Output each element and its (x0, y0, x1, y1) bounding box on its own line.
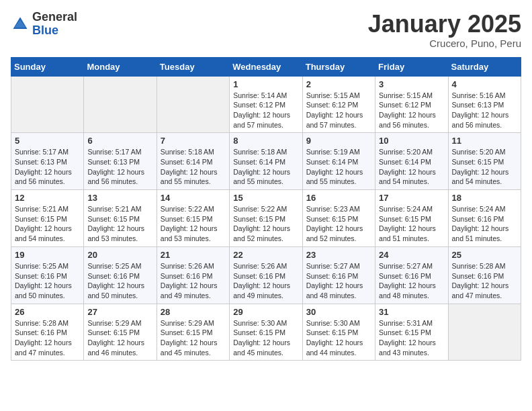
day-number: 7 (161, 136, 226, 146)
calendar-cell: 28Sunrise: 5:29 AM Sunset: 6:15 PM Dayli… (157, 304, 229, 361)
day-number: 12 (15, 193, 80, 203)
day-number: 11 (452, 136, 517, 146)
calendar-cell: 16Sunrise: 5:23 AM Sunset: 6:15 PM Dayli… (302, 190, 375, 247)
day-info: Sunrise: 5:29 AM Sunset: 6:15 PM Dayligh… (161, 318, 226, 358)
calendar-cell: 18Sunrise: 5:24 AM Sunset: 6:16 PM Dayli… (448, 190, 521, 247)
day-number: 10 (379, 136, 444, 146)
calendar-week-row: 12Sunrise: 5:21 AM Sunset: 6:15 PM Dayli… (11, 190, 521, 247)
day-info: Sunrise: 5:26 AM Sunset: 6:16 PM Dayligh… (233, 261, 298, 301)
day-number: 17 (379, 193, 444, 203)
logo: General Blue (11, 11, 77, 38)
calendar-cell: 24Sunrise: 5:27 AM Sunset: 6:16 PM Dayli… (375, 246, 448, 304)
logo-icon (11, 15, 30, 34)
day-number: 25 (452, 250, 517, 260)
day-number: 9 (306, 136, 371, 146)
day-info: Sunrise: 5:17 AM Sunset: 6:13 PM Dayligh… (15, 147, 80, 187)
day-number: 28 (161, 307, 226, 317)
day-number: 20 (87, 250, 152, 260)
calendar-cell (11, 76, 84, 133)
calendar-title: January 2025 (368, 11, 521, 38)
calendar-cell: 31Sunrise: 5:31 AM Sunset: 6:15 PM Dayli… (375, 304, 448, 361)
day-info: Sunrise: 5:20 AM Sunset: 6:14 PM Dayligh… (379, 147, 444, 187)
day-number: 21 (161, 250, 226, 260)
column-header-sunday: Sunday (11, 57, 84, 76)
calendar-cell: 21Sunrise: 5:26 AM Sunset: 6:16 PM Dayli… (157, 246, 229, 304)
calendar-cell: 15Sunrise: 5:22 AM Sunset: 6:15 PM Dayli… (230, 190, 302, 247)
day-info: Sunrise: 5:25 AM Sunset: 6:16 PM Dayligh… (15, 261, 80, 301)
calendar-cell: 11Sunrise: 5:20 AM Sunset: 6:15 PM Dayli… (448, 133, 521, 190)
day-info: Sunrise: 5:27 AM Sunset: 6:16 PM Dayligh… (306, 261, 371, 301)
calendar-cell: 5Sunrise: 5:17 AM Sunset: 6:13 PM Daylig… (11, 133, 84, 190)
day-info: Sunrise: 5:15 AM Sunset: 6:12 PM Dayligh… (379, 91, 444, 130)
day-number: 15 (233, 193, 298, 203)
day-number: 23 (306, 250, 371, 260)
calendar-cell: 8Sunrise: 5:18 AM Sunset: 6:14 PM Daylig… (230, 133, 302, 190)
calendar-cell: 9Sunrise: 5:19 AM Sunset: 6:14 PM Daylig… (302, 133, 375, 190)
calendar-cell: 23Sunrise: 5:27 AM Sunset: 6:16 PM Dayli… (302, 246, 375, 304)
day-info: Sunrise: 5:25 AM Sunset: 6:16 PM Dayligh… (87, 261, 152, 301)
calendar-cell: 2Sunrise: 5:15 AM Sunset: 6:12 PM Daylig… (302, 76, 375, 133)
day-info: Sunrise: 5:27 AM Sunset: 6:16 PM Dayligh… (379, 261, 444, 301)
calendar-cell (157, 76, 229, 133)
logo-general-text: General (32, 11, 77, 24)
day-number: 27 (87, 307, 152, 317)
column-header-monday: Monday (84, 57, 157, 76)
day-number: 16 (306, 193, 371, 203)
day-number: 6 (87, 136, 152, 146)
day-number: 31 (379, 307, 444, 317)
calendar-cell: 20Sunrise: 5:25 AM Sunset: 6:16 PM Dayli… (84, 246, 157, 304)
calendar-week-row: 26Sunrise: 5:28 AM Sunset: 6:16 PM Dayli… (11, 304, 521, 361)
day-info: Sunrise: 5:28 AM Sunset: 6:16 PM Dayligh… (452, 261, 517, 301)
calendar-cell: 14Sunrise: 5:22 AM Sunset: 6:15 PM Dayli… (157, 190, 229, 247)
day-info: Sunrise: 5:24 AM Sunset: 6:16 PM Dayligh… (452, 204, 517, 244)
day-info: Sunrise: 5:23 AM Sunset: 6:15 PM Dayligh… (306, 204, 371, 244)
calendar-table: SundayMondayTuesdayWednesdayThursdayFrid… (11, 57, 521, 361)
calendar-cell: 29Sunrise: 5:30 AM Sunset: 6:15 PM Dayli… (230, 304, 302, 361)
calendar-week-row: 5Sunrise: 5:17 AM Sunset: 6:13 PM Daylig… (11, 133, 521, 190)
column-header-wednesday: Wednesday (230, 57, 302, 76)
calendar-cell: 10Sunrise: 5:20 AM Sunset: 6:14 PM Dayli… (375, 133, 448, 190)
calendar-week-row: 1Sunrise: 5:14 AM Sunset: 6:12 PM Daylig… (11, 76, 521, 133)
day-info: Sunrise: 5:30 AM Sunset: 6:15 PM Dayligh… (306, 318, 371, 358)
day-info: Sunrise: 5:24 AM Sunset: 6:15 PM Dayligh… (379, 204, 444, 244)
day-info: Sunrise: 5:22 AM Sunset: 6:15 PM Dayligh… (233, 204, 298, 244)
day-info: Sunrise: 5:31 AM Sunset: 6:15 PM Dayligh… (379, 318, 444, 358)
day-number: 4 (452, 79, 517, 89)
day-number: 26 (15, 307, 80, 317)
calendar-header-row: SundayMondayTuesdayWednesdayThursdayFrid… (11, 57, 521, 76)
day-number: 18 (452, 193, 517, 203)
title-block: January 2025 Crucero, Puno, Peru (368, 11, 521, 49)
day-number: 2 (306, 79, 371, 89)
day-number: 3 (379, 79, 444, 89)
day-number: 5 (15, 136, 80, 146)
day-number: 13 (87, 193, 152, 203)
calendar-cell: 7Sunrise: 5:18 AM Sunset: 6:14 PM Daylig… (157, 133, 229, 190)
calendar-cell: 6Sunrise: 5:17 AM Sunset: 6:13 PM Daylig… (84, 133, 157, 190)
day-number: 29 (233, 307, 298, 317)
day-info: Sunrise: 5:29 AM Sunset: 6:15 PM Dayligh… (87, 318, 152, 358)
day-info: Sunrise: 5:17 AM Sunset: 6:13 PM Dayligh… (87, 147, 152, 187)
calendar-cell: 22Sunrise: 5:26 AM Sunset: 6:16 PM Dayli… (230, 246, 302, 304)
day-info: Sunrise: 5:18 AM Sunset: 6:14 PM Dayligh… (233, 147, 298, 187)
day-info: Sunrise: 5:16 AM Sunset: 6:13 PM Dayligh… (452, 91, 517, 130)
calendar-cell: 12Sunrise: 5:21 AM Sunset: 6:15 PM Dayli… (11, 190, 84, 247)
calendar-cell: 19Sunrise: 5:25 AM Sunset: 6:16 PM Dayli… (11, 246, 84, 304)
day-info: Sunrise: 5:26 AM Sunset: 6:16 PM Dayligh… (161, 261, 226, 301)
day-info: Sunrise: 5:14 AM Sunset: 6:12 PM Dayligh… (233, 91, 298, 130)
column-header-saturday: Saturday (448, 57, 521, 76)
calendar-week-row: 19Sunrise: 5:25 AM Sunset: 6:16 PM Dayli… (11, 246, 521, 304)
day-info: Sunrise: 5:21 AM Sunset: 6:15 PM Dayligh… (15, 204, 80, 244)
day-info: Sunrise: 5:19 AM Sunset: 6:14 PM Dayligh… (306, 147, 371, 187)
day-number: 19 (15, 250, 80, 260)
calendar-cell: 25Sunrise: 5:28 AM Sunset: 6:16 PM Dayli… (448, 246, 521, 304)
calendar-cell: 17Sunrise: 5:24 AM Sunset: 6:15 PM Dayli… (375, 190, 448, 247)
calendar-cell (84, 76, 157, 133)
svg-marker-1 (14, 19, 26, 28)
calendar-cell (448, 304, 521, 361)
day-number: 30 (306, 307, 371, 317)
day-info: Sunrise: 5:20 AM Sunset: 6:15 PM Dayligh… (452, 147, 517, 187)
column-header-friday: Friday (375, 57, 448, 76)
day-number: 1 (233, 79, 298, 89)
calendar-cell: 26Sunrise: 5:28 AM Sunset: 6:16 PM Dayli… (11, 304, 84, 361)
column-header-tuesday: Tuesday (157, 57, 229, 76)
